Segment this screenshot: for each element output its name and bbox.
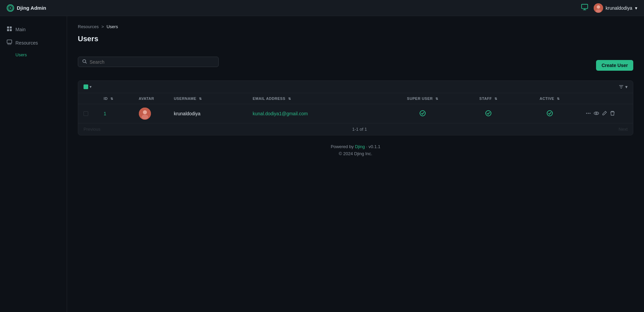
row-staff-cell	[458, 104, 519, 123]
select-all-wrapper: ▾	[84, 84, 92, 89]
checkbox-dropdown-icon[interactable]: ▾	[90, 84, 92, 89]
sidebar-item-resources-label: Resources	[15, 40, 38, 46]
sort-email-icon[interactable]: ⇅	[288, 97, 291, 101]
monitor-icon[interactable]	[581, 3, 588, 12]
th-username[interactable]: USERNAME ⇅	[168, 93, 247, 104]
row-id-cell: 1	[98, 104, 133, 123]
view-icon[interactable]	[594, 111, 599, 117]
row-id-link[interactable]: 1	[104, 111, 106, 116]
row-email-link[interactable]: kunal.dodiya1@gmail.com	[253, 111, 308, 116]
djing-link[interactable]: Djing	[355, 144, 365, 149]
svg-rect-13	[8, 44, 11, 45]
sidebar-item-resources[interactable]: Resources	[0, 36, 67, 50]
svg-rect-10	[7, 29, 9, 31]
footer: Powered by Djing · v0.1.1 © 2024 Djing I…	[78, 135, 633, 166]
th-active[interactable]: ACTIVE ⇅	[519, 93, 580, 104]
breadcrumb-parent[interactable]: Resources	[78, 24, 99, 29]
svg-rect-8	[7, 26, 9, 28]
search-icon	[82, 59, 87, 65]
select-all-checkbox[interactable]	[84, 84, 88, 89]
sidebar: Main Resources Users	[0, 16, 67, 312]
th-superuser[interactable]: SUPER USER ⇅	[387, 93, 458, 104]
footer-line1: Powered by Djing · v0.1.1	[86, 143, 625, 150]
svg-point-26	[588, 113, 589, 114]
row-checkbox[interactable]	[84, 111, 88, 116]
th-staff[interactable]: STAFF ⇅	[458, 93, 519, 104]
version-text: · v0.1.1	[365, 144, 380, 149]
avatar	[139, 108, 151, 120]
th-email[interactable]: EMAIL ADDRESS ⇅	[247, 93, 387, 104]
svg-point-6	[597, 5, 600, 9]
th-id[interactable]: ID ⇅	[98, 93, 133, 104]
prev-button[interactable]: Previous	[84, 127, 101, 132]
svg-rect-12	[7, 40, 12, 43]
svg-point-25	[586, 113, 587, 114]
staff-check-icon	[485, 110, 492, 117]
sidebar-item-main-label: Main	[15, 27, 25, 32]
superuser-check-icon	[419, 110, 426, 117]
topnav-brand: Djing Admin	[7, 4, 46, 12]
row-email-cell: kunal.dodiya1@gmail.com	[247, 104, 387, 123]
pagination-info: 1-1 of 1	[352, 127, 367, 132]
main-content: Resources > Users Users Create User	[67, 16, 644, 312]
svg-point-21	[142, 115, 148, 119]
sidebar-item-users[interactable]: Users	[0, 50, 67, 60]
next-button[interactable]: Next	[619, 127, 628, 132]
svg-point-29	[596, 113, 597, 114]
th-actions	[580, 93, 633, 104]
svg-rect-2	[581, 4, 587, 9]
svg-line-15	[86, 62, 87, 64]
row-actions-cell	[580, 104, 633, 123]
users-table-container: ▾ ▾ ID	[78, 80, 633, 135]
delete-icon[interactable]	[610, 111, 615, 117]
svg-point-1	[9, 7, 11, 9]
main-icon	[7, 26, 12, 33]
row-avatar-cell	[133, 104, 169, 123]
user-name-label: krunaldodiya	[606, 5, 632, 11]
svg-rect-11	[10, 29, 12, 31]
sort-username-icon[interactable]: ⇅	[199, 97, 202, 101]
resources-icon	[7, 40, 12, 46]
sort-superuser-icon[interactable]: ⇅	[435, 97, 438, 101]
svg-point-7	[596, 9, 601, 13]
row-username: krunaldodiya	[174, 111, 200, 116]
sort-active-icon[interactable]: ⇅	[557, 97, 560, 101]
breadcrumb-current: Users	[107, 24, 118, 29]
powered-by-text: Powered by	[331, 144, 355, 149]
topnav-right: krunaldodiya ▾	[581, 3, 637, 13]
create-user-button[interactable]: Create User	[596, 60, 633, 71]
table-toolbar: ▾ ▾	[78, 81, 633, 93]
th-avatar: AVATAR	[133, 93, 169, 104]
svg-rect-9	[10, 26, 12, 28]
user-menu[interactable]: krunaldodiya ▾	[594, 3, 637, 13]
search-bar	[78, 57, 219, 67]
svg-point-20	[143, 110, 147, 114]
th-checkbox	[78, 93, 98, 104]
row-username-cell: krunaldodiya	[168, 104, 247, 123]
table-header: ID ⇅ AVATAR USERNAME ⇅ EMAIL ADDRESS ⇅	[78, 93, 633, 104]
user-avatar-topnav	[594, 3, 603, 13]
sidebar-item-main[interactable]: Main	[0, 23, 67, 36]
users-table: ID ⇅ AVATAR USERNAME ⇅ EMAIL ADDRESS ⇅	[78, 93, 633, 123]
user-dropdown-icon[interactable]: ▾	[635, 5, 637, 11]
row-superuser-cell	[387, 104, 458, 123]
filter-button[interactable]: ▾	[619, 84, 628, 89]
breadcrumb: Resources > Users	[78, 24, 633, 29]
row-checkbox-cell	[78, 104, 98, 123]
table-body: 1 krunaldodiy	[78, 104, 633, 123]
sidebar-users-label: Users	[15, 52, 27, 57]
svg-point-24	[547, 111, 552, 116]
filter-icon-label: ▾	[625, 84, 628, 89]
footer-line2: © 2024 Djing Inc.	[86, 150, 625, 158]
brand-title: Djing Admin	[17, 5, 46, 11]
main-layout: Main Resources Users Resources > Users U…	[0, 16, 644, 312]
edit-icon[interactable]	[602, 111, 607, 117]
search-input[interactable]	[90, 59, 214, 65]
svg-point-28	[594, 112, 599, 115]
sort-id-icon[interactable]: ⇅	[110, 97, 113, 101]
page-title: Users	[78, 35, 98, 43]
brand-logo-icon	[7, 4, 14, 12]
sort-staff-icon[interactable]: ⇅	[494, 97, 497, 101]
more-options-icon[interactable]	[586, 111, 591, 117]
svg-point-22	[420, 111, 425, 116]
